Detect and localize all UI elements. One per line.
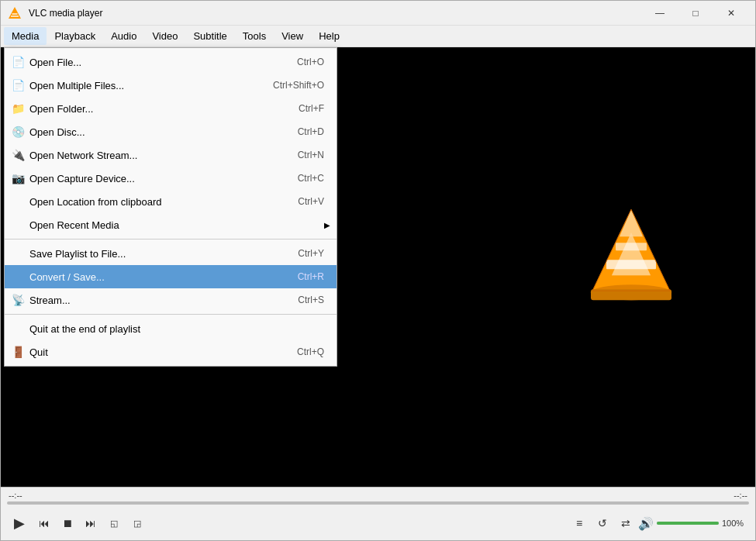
- convert-save-label: Convert / Save...: [26, 271, 298, 283]
- open-disc-shortcut: Ctrl+D: [298, 126, 330, 137]
- time-right: --:--: [734, 491, 747, 500]
- open-recent-icon: [9, 217, 26, 233]
- save-playlist-icon: [9, 246, 26, 261]
- svg-marker-5: [620, 209, 643, 236]
- menu-item-help[interactable]: Help: [311, 27, 347, 45]
- open-file-icon: 📄: [9, 54, 26, 70]
- titlebar: VLC media player — □ ✕: [1, 1, 755, 26]
- save-playlist-label: Save Playlist to File...: [26, 248, 298, 260]
- menu-item-tools[interactable]: Tools: [235, 27, 274, 45]
- open-multiple-shortcut: Ctrl+Shift+O: [273, 80, 330, 91]
- quit-end-icon: [9, 321, 26, 336]
- play-button[interactable]: ▶: [7, 511, 32, 536]
- quit-label: Quit: [26, 346, 297, 358]
- main-window: VLC media player — □ ✕ Media Playback Au…: [0, 0, 756, 541]
- open-location-shortcut: Ctrl+V: [298, 196, 330, 207]
- volume-bar[interactable]: [657, 522, 719, 525]
- open-folder-shortcut: Ctrl+F: [299, 103, 330, 114]
- dropdown-item-quit[interactable]: 🚪QuitCtrl+Q: [5, 340, 337, 364]
- open-capture-icon: 📷: [9, 171, 26, 186]
- open-disc-label: Open Disc...: [26, 126, 298, 138]
- media-dropdown: 📄Open File...Ctrl+O📄Open Multiple Files.…: [4, 47, 337, 367]
- volume-icon: 🔊: [638, 516, 654, 531]
- convert-save-icon: [9, 269, 26, 284]
- open-location-icon: [9, 194, 26, 209]
- open-network-icon: 🔌: [9, 147, 26, 163]
- open-network-shortcut: Ctrl+N: [298, 150, 330, 160]
- open-folder-label: Open Folder...: [26, 103, 299, 115]
- minimize-button[interactable]: —: [642, 1, 678, 26]
- dropdown-item-open-capture[interactable]: 📷Open Capture Device...Ctrl+C: [5, 167, 337, 190]
- stream-shortcut: Ctrl+S: [298, 295, 330, 305]
- time-left: --:--: [9, 491, 22, 500]
- open-location-label: Open Location from clipboard: [26, 196, 298, 208]
- dropdown-item-convert-save[interactable]: Convert / Save...Ctrl+R: [5, 265, 337, 288]
- stream-icon: 📡: [9, 292, 26, 308]
- svg-rect-2: [12, 13, 18, 15]
- svg-rect-1: [11, 16, 19, 17]
- stream-label: Stream...: [26, 295, 298, 306]
- svg-rect-7: [606, 260, 656, 269]
- time-row: --:-- --:--: [1, 488, 755, 501]
- app-icon: [7, 5, 22, 21]
- convert-save-shortcut: Ctrl+R: [298, 271, 330, 282]
- close-button[interactable]: ✕: [713, 1, 749, 26]
- stop-button[interactable]: ⏹: [57, 512, 78, 534]
- dropdown-item-open-file[interactable]: 📄Open File...Ctrl+O: [5, 50, 337, 74]
- menu-item-subtitle[interactable]: Subtitle: [185, 27, 234, 45]
- menubar: Media Playback Audio Video Subtitle Tool…: [1, 26, 755, 47]
- menu-item-video[interactable]: Video: [144, 27, 185, 45]
- dropdown-item-open-network[interactable]: 🔌Open Network Stream...Ctrl+N: [5, 143, 337, 167]
- open-file-label: Open File...: [26, 57, 297, 68]
- prev-button[interactable]: ⏮: [33, 512, 55, 534]
- window-title: VLC media player: [29, 8, 642, 19]
- save-playlist-shortcut: Ctrl+Y: [298, 248, 330, 259]
- open-recent-label: Open Recent Media: [26, 219, 324, 231]
- seek-bar[interactable]: [7, 501, 749, 505]
- loop-button[interactable]: ↺: [592, 512, 613, 534]
- open-capture-shortcut: Ctrl+C: [298, 173, 330, 184]
- dropdown-item-open-recent[interactable]: Open Recent Media▶: [5, 213, 337, 236]
- dropdown-item-quit-end[interactable]: Quit at the end of playlist: [5, 317, 337, 340]
- frame-back-button[interactable]: ◱: [103, 512, 125, 534]
- frame-fwd-button[interactable]: ◲: [126, 512, 148, 534]
- quit-shortcut: Ctrl+Q: [297, 346, 330, 357]
- open-network-label: Open Network Stream...: [26, 150, 298, 161]
- dropdown-item-open-multiple[interactable]: 📄Open Multiple Files...Ctrl+Shift+O: [5, 74, 337, 97]
- quit-end-label: Quit at the end of playlist: [26, 323, 330, 335]
- vlc-cone: [585, 205, 678, 308]
- open-multiple-label: Open Multiple Files...: [26, 80, 273, 91]
- open-capture-label: Open Capture Device...: [26, 173, 298, 184]
- open-file-shortcut: Ctrl+O: [297, 57, 330, 67]
- dropdown-item-open-disc[interactable]: 💿Open Disc...Ctrl+D: [5, 120, 337, 143]
- menu-item-playback[interactable]: Playback: [47, 27, 103, 45]
- open-folder-icon: 📁: [9, 101, 26, 116]
- open-multiple-icon: 📄: [9, 78, 26, 93]
- dropdown-item-save-playlist[interactable]: Save Playlist to File...Ctrl+Y: [5, 242, 337, 265]
- seek-bar-row[interactable]: [1, 501, 755, 508]
- window-controls: — □ ✕: [642, 1, 749, 26]
- playlist-button[interactable]: ≡: [568, 512, 590, 534]
- volume-pct: 100%: [722, 519, 749, 528]
- open-recent-arrow: ▶: [324, 221, 330, 229]
- random-button[interactable]: ⇄: [615, 512, 637, 534]
- next-button[interactable]: ⏭: [80, 512, 102, 534]
- menu-item-audio[interactable]: Audio: [103, 27, 144, 45]
- volume-fill: [657, 522, 719, 525]
- controls-bar: --:-- --:-- ▶ ⏮ ⏹ ⏭ ◱ ◲ ≡ ↺ ⇄ 🔊 100%: [1, 487, 755, 540]
- menu-item-view[interactable]: View: [274, 27, 311, 45]
- open-disc-icon: 💿: [9, 124, 26, 140]
- dropdown-item-open-location[interactable]: Open Location from clipboardCtrl+V: [5, 190, 337, 213]
- dropdown-item-open-folder[interactable]: 📁Open Folder...Ctrl+F: [5, 97, 337, 120]
- buttons-row: ▶ ⏮ ⏹ ⏭ ◱ ◲ ≡ ↺ ⇄ 🔊 100%: [1, 508, 755, 540]
- quit-icon: 🚪: [9, 344, 26, 360]
- volume-area: 🔊 100%: [638, 516, 749, 531]
- maximize-button[interactable]: □: [678, 1, 713, 26]
- menu-item-media[interactable]: Media: [4, 27, 47, 45]
- dropdown-item-stream[interactable]: 📡Stream...Ctrl+S: [5, 288, 337, 312]
- svg-rect-8: [616, 243, 647, 250]
